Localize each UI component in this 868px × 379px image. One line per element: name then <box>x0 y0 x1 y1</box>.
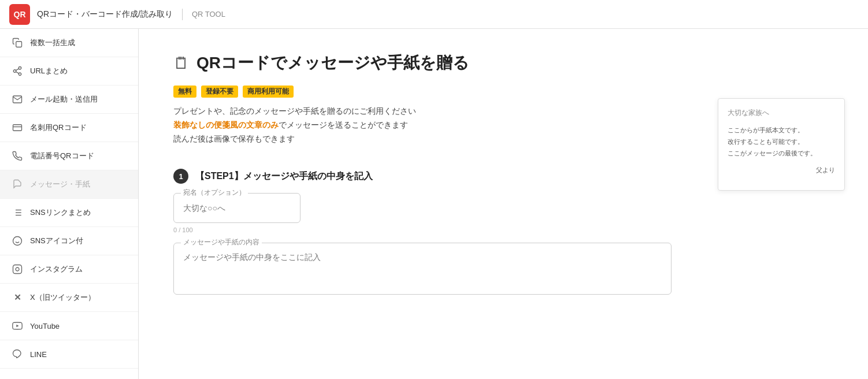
address-char-count: 0 / 100 <box>173 226 312 233</box>
sidebar-item-label: メッセージ・手紙 <box>30 179 90 190</box>
badge-commercial: 商用利用可能 <box>243 86 294 98</box>
svg-line-4 <box>16 72 18 73</box>
sidebar-item-twitter[interactable]: ✕ X（旧ツイッター） <box>0 284 138 312</box>
sidebar-item-youtube[interactable]: YouTube <box>0 312 138 340</box>
preview-card: 大切な家族へ ここからが手紙本文です。 改行することも可能です。 ここがメッセー… <box>718 98 845 191</box>
sidebar-item-bulk[interactable]: 複数一括生成 <box>0 29 138 57</box>
address-input[interactable] <box>183 203 291 213</box>
sidebar-item-label: メール起動・送信用 <box>30 94 98 105</box>
message-input-box[interactable]: メッセージや手紙の内容 <box>173 243 672 295</box>
message-input[interactable] <box>183 252 662 280</box>
sidebar-item-label: LINE <box>30 350 47 359</box>
line-icon <box>12 348 23 360</box>
address-label: 宛名（オプション） <box>181 188 248 198</box>
sidebar-item-business-card[interactable]: 名刺用QRコード <box>0 114 138 142</box>
sidebar-item-sns-links[interactable]: SNSリンクまとめ <box>0 199 138 227</box>
sidebar: 複数一括生成 URLまとめ メール起動・送信用 名刺用QRコード 電話番号QRコ <box>0 29 139 379</box>
sidebar-item-label: SNSアイコン付 <box>30 236 83 246</box>
sidebar-item-label: SNSリンクまとめ <box>30 207 91 218</box>
header-subtitle: QR TOOL <box>192 10 225 18</box>
svg-rect-0 <box>16 42 22 47</box>
mail-icon <box>12 94 23 105</box>
address-group: 宛名（オプション） 0 / 100 <box>173 193 312 233</box>
header-title: QRコード・バーコード作成/読み取り <box>37 9 173 20</box>
copy-icon <box>12 37 23 49</box>
x-icon: ✕ <box>12 292 23 303</box>
svg-point-3 <box>18 73 21 76</box>
svg-line-5 <box>16 69 18 70</box>
smile-icon <box>12 235 23 247</box>
card-icon <box>12 122 23 133</box>
address-input-box[interactable]: 宛名（オプション） <box>173 193 301 223</box>
badge-free: 無料 <box>173 86 196 98</box>
svg-rect-17 <box>13 265 22 274</box>
preview-line-1: ここからが手紙本文です。 <box>728 125 835 136</box>
instagram-icon <box>12 263 23 275</box>
phone-icon <box>12 150 23 162</box>
step1-title: 【STEP1】メッセージや手紙の中身を記入 <box>195 170 373 183</box>
app-logo: QR <box>9 4 30 25</box>
sidebar-item-label: URLまとめ <box>30 66 68 76</box>
layout: 複数一括生成 URLまとめ メール起動・送信用 名刺用QRコード 電話番号QRコ <box>0 29 868 379</box>
message-icon <box>12 179 23 190</box>
sidebar-item-label: 名刺用QRコード <box>30 122 87 133</box>
sidebar-item-phone[interactable]: 電話番号QRコード <box>0 142 138 170</box>
badges-row: 無料 登録不要 商用利用可能 <box>173 86 833 98</box>
sidebar-item-label: 複数一括生成 <box>30 38 75 48</box>
message-label: メッセージや手紙の内容 <box>181 237 262 247</box>
preview-line-2: 改行することも可能です。 <box>728 136 835 148</box>
main-content: 大切な家族へ ここからが手紙本文です。 改行することも可能です。 ここがメッセー… <box>139 29 868 379</box>
step1-number: 1 <box>173 169 188 184</box>
sidebar-item-url-list[interactable]: URLまとめ <box>0 57 138 86</box>
preview-body: ここからが手紙本文です。 改行することも可能です。 ここがメッセージの最後です。 <box>728 125 835 159</box>
header: QR QRコード・バーコード作成/読み取り QR TOOL <box>0 0 868 29</box>
highlight-text: 装飾なしの便箋風の文章のみ <box>173 120 279 129</box>
sidebar-item-label: YouTube <box>30 322 60 330</box>
sidebar-item-label: 電話番号QRコード <box>30 151 94 161</box>
youtube-icon <box>12 320 23 332</box>
share-icon <box>12 65 23 77</box>
header-divider <box>182 9 183 20</box>
svg-rect-6 <box>13 125 22 131</box>
preview-from: 父より <box>728 166 835 174</box>
sns-list-icon <box>12 207 23 218</box>
sidebar-item-label: X（旧ツイッター） <box>30 292 95 303</box>
sidebar-item-email[interactable]: メール起動・送信用 <box>0 86 138 114</box>
preview-line-3: ここがメッセージの最後です。 <box>728 148 835 159</box>
svg-point-14 <box>13 237 22 246</box>
sidebar-item-instagram[interactable]: インスタグラム <box>0 255 138 284</box>
preview-to: 大切な家族へ <box>728 108 835 118</box>
sidebar-item-sns-icon[interactable]: SNSアイコン付 <box>0 227 138 255</box>
sidebar-item-message[interactable]: メッセージ・手紙 <box>0 170 138 199</box>
svg-point-2 <box>13 70 16 73</box>
page-title: QRコードでメッセージや手紙を贈る <box>196 52 469 74</box>
svg-point-1 <box>18 67 21 70</box>
sidebar-item-line[interactable]: LINE <box>0 340 138 369</box>
page-icon: 🗒 <box>173 54 190 73</box>
sidebar-item-label: インスタグラム <box>30 264 83 274</box>
page-header: 🗒 QRコードでメッセージや手紙を贈る <box>173 52 833 74</box>
badge-no-register: 登録不要 <box>201 86 238 98</box>
svg-marker-19 <box>16 325 18 328</box>
